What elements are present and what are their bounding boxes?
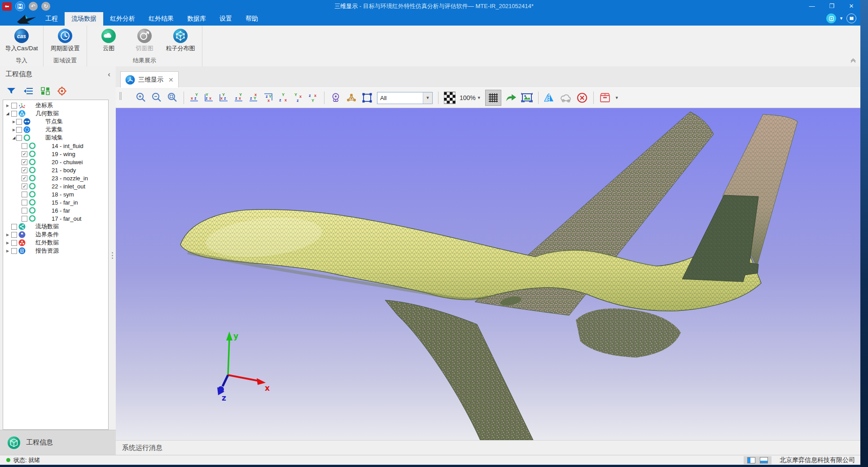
- help-dropdown-caret[interactable]: ▼: [839, 16, 843, 21]
- tree-item-坐标系[interactable]: ▶Yzx坐标系: [3, 101, 108, 109]
- tree-checkbox[interactable]: [22, 200, 27, 205]
- view-orient-icon-1[interactable]: xzY: [189, 92, 200, 103]
- tree-item-边界条件[interactable]: ▶边界条件: [3, 231, 108, 239]
- tree-expand-icon[interactable]: ▶: [12, 128, 16, 132]
- ribbon-button-导入cas-dat[interactable]: cas导入Cas/Dat: [5, 27, 38, 56]
- menu-item-帮助[interactable]: 帮助: [239, 12, 265, 26]
- menu-item-数据库[interactable]: 数据库: [180, 12, 213, 26]
- app-quick-icon[interactable]: ⬅: [2, 2, 12, 11]
- tree-checkbox[interactable]: [11, 111, 17, 117]
- undo-icon[interactable]: ↶: [29, 2, 38, 11]
- view-orient-icon-3[interactable]: xzY: [219, 92, 230, 103]
- tree-item-23-nozzle-in[interactable]: ✓23 - nozzle_in: [3, 174, 108, 182]
- share-export-icon[interactable]: [505, 91, 517, 105]
- tree-expand-icon[interactable]: ▶: [5, 104, 10, 108]
- archive-view-icon[interactable]: [599, 91, 611, 105]
- tree-item-21-body[interactable]: ✓21 - body: [3, 166, 108, 174]
- view-orient-icon-7[interactable]: Yzx: [278, 92, 289, 103]
- layout-bottom-icon[interactable]: [760, 457, 768, 463]
- tree-item-19-wing[interactable]: ✓19 - wing: [3, 150, 108, 158]
- tree-checkbox[interactable]: [16, 135, 22, 141]
- minimize-button[interactable]: —: [809, 3, 815, 9]
- camera-view-icon[interactable]: [330, 91, 342, 105]
- tree-expand-icon[interactable]: ◢: [12, 135, 16, 140]
- menu-item-设置[interactable]: 设置: [213, 12, 239, 26]
- list-view-icon[interactable]: [23, 87, 34, 96]
- scene-graph-icon[interactable]: [346, 91, 357, 105]
- view-orient-icon-2[interactable]: zxY: [204, 92, 215, 103]
- help-video-icon[interactable]: [826, 13, 836, 23]
- menu-item-红外结果[interactable]: 红外结果: [142, 12, 180, 26]
- viewport-3d[interactable]: y x z: [116, 108, 860, 440]
- grid-toggle-button[interactable]: [485, 90, 501, 106]
- tree-item-面域集[interactable]: ◢面域集: [3, 134, 108, 142]
- tree-item-15-far-in[interactable]: 15 - far_in: [3, 198, 108, 206]
- manual-icon[interactable]: [846, 13, 856, 23]
- tree-checkbox[interactable]: [11, 103, 17, 109]
- tree-item-报告资源[interactable]: ▶报告资源: [3, 247, 108, 255]
- menu-item-流场数据[interactable]: 流场数据: [65, 12, 103, 26]
- ribbon-button-切面图[interactable]: 切面图: [128, 27, 161, 56]
- close-button[interactable]: ✕: [848, 3, 855, 9]
- tree-item-16-far[interactable]: 16 - far: [3, 206, 108, 214]
- mirror-icon[interactable]: [544, 91, 556, 105]
- view-orient-icon-4[interactable]: zxY: [234, 92, 245, 103]
- snapshot-icon[interactable]: [521, 91, 533, 105]
- tree-item-元素集[interactable]: ▶元素集: [3, 126, 108, 134]
- view-orient-icon-8[interactable]: Yxz: [293, 92, 304, 103]
- zoom-level-dropdown[interactable]: 100% ▼: [460, 94, 481, 101]
- view-orient-icon-9[interactable]: zxY: [308, 92, 319, 103]
- tree-item-几何数据[interactable]: ◢几何数据: [3, 109, 108, 118]
- tab-close-icon[interactable]: ✕: [168, 76, 174, 83]
- zoom-in-icon[interactable]: [135, 91, 147, 105]
- tree-checkbox[interactable]: [11, 232, 17, 238]
- restore-button[interactable]: ❐: [829, 3, 835, 9]
- tree-checkbox[interactable]: ✓: [22, 167, 27, 173]
- tree-checkbox[interactable]: [11, 240, 17, 246]
- checkerboard-icon[interactable]: [444, 91, 456, 105]
- tree-expand-icon[interactable]: ▶: [5, 249, 10, 253]
- display-filter-select[interactable]: All ▼: [377, 92, 433, 104]
- grid-view-icon[interactable]: [40, 87, 50, 96]
- tree-expand-icon[interactable]: ◢: [5, 111, 10, 116]
- cloud-outline-icon[interactable]: [560, 91, 572, 105]
- redo-icon[interactable]: ↻: [41, 2, 50, 11]
- tree-item-22-inlet-out[interactable]: ✓22 - inlet_out: [3, 182, 108, 190]
- tree-item-14-int-fluid[interactable]: 14 - int_fluid: [3, 142, 108, 150]
- ribbon-button-周期面设置[interactable]: 周期面设置: [49, 27, 81, 56]
- zoom-out-icon[interactable]: [151, 91, 162, 105]
- zoom-fit-icon[interactable]: [167, 91, 178, 105]
- layout-left-icon[interactable]: [747, 457, 755, 463]
- tree-expand-icon[interactable]: ▶: [5, 241, 10, 245]
- tree-item-20-chuiwei[interactable]: ✓20 - chuiwei: [3, 158, 108, 166]
- tree-item-18-sym[interactable]: 18 - sym: [3, 190, 108, 198]
- locate-icon[interactable]: [57, 86, 67, 96]
- ribbon-button-粒子分布图[interactable]: 粒子分布图: [164, 27, 197, 56]
- combo-dropdown-icon[interactable]: ▼: [423, 92, 432, 104]
- tree-checkbox[interactable]: ✓: [22, 183, 27, 189]
- view-orient-icon-5[interactable]: zYx: [249, 92, 259, 103]
- filter-icon[interactable]: [6, 87, 16, 96]
- panel-splitter-handle[interactable]: [111, 252, 114, 267]
- tree-item-节点集[interactable]: ▶节点集: [3, 118, 108, 126]
- tree-checkbox[interactable]: ✓: [22, 175, 27, 181]
- tree-checkbox[interactable]: [22, 192, 27, 197]
- ribbon-button-云图[interactable]: 云图: [92, 27, 125, 56]
- tree-checkbox[interactable]: ✓: [22, 159, 27, 165]
- tree-checkbox[interactable]: [22, 216, 27, 222]
- tree-item-流场数据[interactable]: 流场数据: [3, 223, 108, 231]
- tree-checkbox[interactable]: [22, 208, 27, 214]
- collapse-ribbon-icon[interactable]: [850, 58, 856, 63]
- tree-checkbox[interactable]: [16, 127, 22, 133]
- tree-checkbox[interactable]: [16, 119, 22, 125]
- selection-box-icon[interactable]: [361, 91, 373, 105]
- project-panel-footer-button[interactable]: 工程信息: [0, 430, 116, 455]
- tab-3d-view[interactable]: 三维显示 ✕: [120, 71, 179, 87]
- tree-expand-icon[interactable]: ▶: [5, 233, 10, 237]
- menu-item-红外分析[interactable]: 红外分析: [103, 12, 142, 26]
- tree-checkbox[interactable]: ✓: [22, 151, 27, 157]
- archive-dropdown-caret[interactable]: ▼: [615, 96, 619, 100]
- save-icon[interactable]: [15, 1, 25, 11]
- menu-item-工程[interactable]: 工程: [39, 12, 65, 26]
- remove-icon[interactable]: [576, 91, 588, 105]
